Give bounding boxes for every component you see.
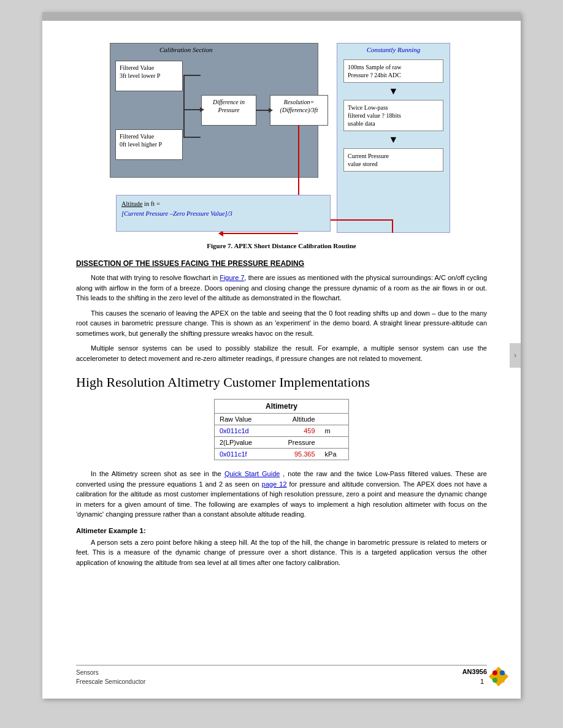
row1-col2: 459 xyxy=(271,425,320,437)
altimetry-title: Altimetry xyxy=(215,400,348,413)
altitude-box: Altitude in ft = [Current Pressure –Zero… xyxy=(116,195,331,232)
right-box3-line1: Current Pressure xyxy=(348,153,389,159)
altimetry-table: Raw Value Altitude 0x011c1d 459 m 2(LP)v… xyxy=(215,413,348,460)
footer-left: Sensors Freescale Semiconductor xyxy=(76,668,487,686)
diff-box: Difference in Pressure xyxy=(201,95,256,126)
calibration-section: Calibration Section Filtered Value 3ft l… xyxy=(110,43,318,178)
right-box3-line2: value stored xyxy=(348,161,378,167)
col1-header: Raw Value xyxy=(215,414,271,425)
section1-para1: Note that with trying to resolve flowcha… xyxy=(76,273,487,303)
footer: Sensors Freescale Semiconductor AN3956 xyxy=(76,665,487,686)
resolution-line1: Resolution= xyxy=(284,99,315,105)
filtered-bot-line2: 0ft level higher P xyxy=(120,141,162,148)
page: Calibration Section Filtered Value 3ft l… xyxy=(42,12,521,699)
resolution-line2: (Difference)/3ft xyxy=(280,107,318,113)
freescale-logo xyxy=(485,663,512,690)
diff-line2: Pressure xyxy=(218,107,240,113)
right-box1-line1: 100ms Sample of raw xyxy=(348,64,402,70)
section2-para2: A person sets a zero point before hiking… xyxy=(76,537,487,568)
row1-col1: 0x011c1d xyxy=(215,425,271,437)
figure-caption: Figure 7. APEX Short Distance Calibratio… xyxy=(76,242,487,249)
section1-para3: Multiple sensor systems can be used to p… xyxy=(76,343,487,363)
table-row-3: 0x011c1f 95.365 kPa xyxy=(215,449,348,460)
row1-unit: m xyxy=(320,425,348,437)
arrow-down-1: ▼ xyxy=(337,86,450,96)
altitude-label: Altitude xyxy=(121,200,142,207)
col2-header: Altitude xyxy=(271,414,320,425)
filtered-top-line1: Filtered Value xyxy=(120,64,154,71)
svg-point-1 xyxy=(500,670,505,675)
arrow-mid xyxy=(183,105,185,107)
right-box-2: Twice Low-pass filtered value ? 18bits u… xyxy=(343,100,443,131)
right-box2-line2: filtered value ? 18bits xyxy=(348,112,401,119)
resolution-box: Resolution= (Difference)/3ft xyxy=(270,95,328,126)
arrow-down-2: ▼ xyxy=(337,135,450,145)
row3-col2: 95.365 xyxy=(271,449,320,460)
diagram-container: Calibration Section Filtered Value 3ft l… xyxy=(76,43,487,236)
row3-unit: kPa xyxy=(320,449,348,460)
altimetry-section: Altimetry Raw Value Altitude 0x011c1d 45… xyxy=(76,399,487,460)
section2-para1: In the Altimetry screen shot as see in t… xyxy=(76,469,487,520)
page-number: 1 xyxy=(480,678,484,685)
altitude-formula: in ft = xyxy=(142,200,159,207)
calib-label: Calibration Section xyxy=(159,46,212,53)
footer-line1: Sensors xyxy=(76,669,99,676)
row2-col1: 2(LP)value xyxy=(215,437,271,449)
doc-id: AN3956 xyxy=(462,668,487,675)
arrow-diff-res xyxy=(256,110,269,111)
altimetry-box: Altimetry Raw Value Altitude 0x011c1d 45… xyxy=(214,399,349,460)
page12-link[interactable]: page 12 xyxy=(262,480,287,488)
right-box-3: Current Pressure value stored xyxy=(343,148,443,172)
table-row-header: Raw Value Altitude xyxy=(215,414,348,425)
arrow-top-h xyxy=(183,75,201,76)
diff-line1: Difference in xyxy=(213,99,245,105)
table-row-1: 0x011c1d 459 m xyxy=(215,425,348,437)
filtered-top-box: Filtered Value 3ft level lower P xyxy=(115,61,183,91)
filtered-bot-box: Filtered Value 0ft level higher P xyxy=(115,129,183,160)
right-box2-line1: Twice Low-pass xyxy=(348,104,388,111)
constantly-label: Constantly Running xyxy=(337,44,450,56)
section1-heading: DISSECTION OF THE ISSUES FACING THE PRES… xyxy=(76,259,487,268)
right-box2-line3: usable data xyxy=(348,120,375,127)
top-bar xyxy=(42,12,521,21)
arrow-mid-h xyxy=(183,109,201,110)
big-heading: High Resolution Altimetry Customer Imple… xyxy=(76,374,487,390)
arrow-bot-h xyxy=(183,137,201,138)
figure7-link[interactable]: Figure 7 xyxy=(220,274,244,281)
svg-point-2 xyxy=(492,678,497,683)
svg-point-0 xyxy=(492,670,497,675)
row3-col1: 0x011c1f xyxy=(215,449,271,460)
right-chevron[interactable]: › xyxy=(510,343,521,368)
logo-svg xyxy=(486,664,511,689)
right-box-1: 100ms Sample of raw Pressure ? 24bit ADC xyxy=(343,59,443,83)
right-section: Constantly Running 100ms Sample of raw P… xyxy=(337,43,450,233)
section1-para2: This causes the scenario of leaving the … xyxy=(76,308,487,339)
filtered-bot-line1: Filtered Value xyxy=(120,133,154,140)
table-row-2: 2(LP)value Pressure xyxy=(215,437,348,449)
altitude-formula2: [Current Pressure –Zero Pressure Value]/… xyxy=(121,210,232,217)
svg-point-3 xyxy=(500,678,505,683)
red-vert-2 xyxy=(392,219,393,233)
diagram: Calibration Section Filtered Value 3ft l… xyxy=(110,43,453,236)
filtered-top-line2: 3ft level lower P xyxy=(120,72,160,79)
altimeter-example-subheading: Altimeter Example 1: xyxy=(76,527,487,534)
red-h-arrow xyxy=(222,233,298,234)
row2-col2: Pressure xyxy=(271,437,320,449)
red-vert-arrow xyxy=(298,125,299,199)
quick-start-link[interactable]: Quick Start Guide xyxy=(224,470,280,477)
footer-line2: Freescale Semiconductor xyxy=(76,678,145,685)
right-box1-line2: Pressure ? 24bit ADC xyxy=(348,72,401,78)
